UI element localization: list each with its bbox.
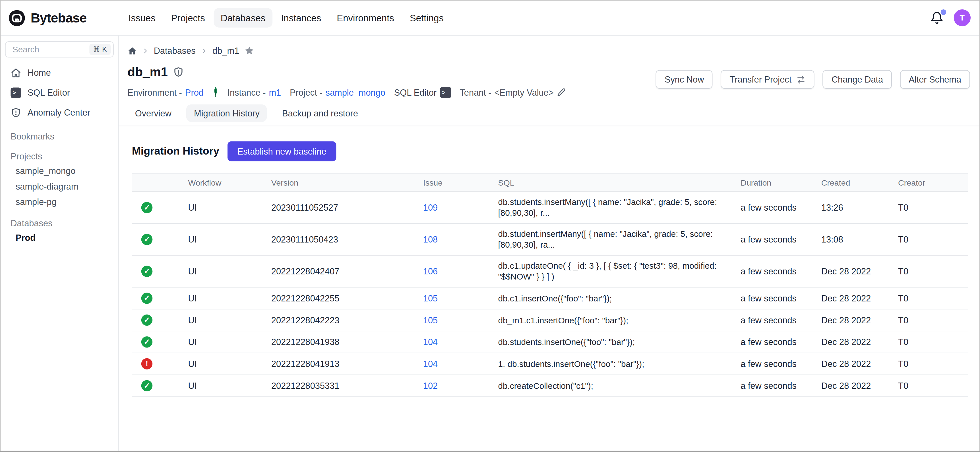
establish-baseline-button[interactable]: Establish new baseline: [228, 141, 336, 161]
database-tabs: Overview Migration History Backup and re…: [127, 104, 366, 122]
breadcrumb-db-m1[interactable]: db_m1: [212, 46, 239, 56]
tab-migration-history[interactable]: Migration History: [186, 104, 267, 122]
nav-item-instances[interactable]: Instances: [274, 8, 328, 28]
notifications-button[interactable]: [930, 11, 943, 24]
cell-workflow: UI: [188, 332, 271, 352]
cell-version: 20221228041938: [271, 332, 423, 352]
migration-history-panel: Migration History Establish new baseline…: [132, 126, 967, 451]
nav-item-issues[interactable]: Issues: [121, 8, 162, 28]
cell-issue[interactable]: 106: [423, 267, 438, 276]
sidebar-project-sample-pg[interactable]: sample-pg: [5, 194, 114, 209]
table-row[interactable]: ✓ UI 20221228042255 105 db.c1.insertOne(…: [132, 287, 968, 310]
instance-label: Instance -: [227, 87, 266, 97]
tab-backup-and-restore[interactable]: Backup and restore: [275, 104, 366, 122]
cell-issue[interactable]: 102: [423, 381, 438, 391]
sidebar-database-prod[interactable]: Prod: [5, 229, 114, 246]
success-icon: ✓: [142, 234, 153, 245]
cell-created: 13:26: [821, 198, 898, 217]
page-actions: Sync Now Transfer Project Change Data Al…: [656, 70, 970, 89]
nav-item-settings[interactable]: Settings: [403, 8, 450, 28]
cell-issue[interactable]: 104: [423, 359, 438, 369]
cell-version: 20221228042255: [271, 288, 423, 308]
success-icon: ✓: [142, 202, 153, 213]
col-workflow: Workflow: [188, 178, 271, 187]
cell-creator: T0: [898, 332, 968, 352]
cell-issue[interactable]: 105: [423, 293, 438, 303]
transfer-project-button[interactable]: Transfer Project: [721, 70, 815, 89]
table-row[interactable]: ✓ UI 20230111050423 108 db.student.inser…: [132, 224, 968, 256]
sidebar-project-sample-mongo[interactable]: sample_mongo: [5, 163, 114, 178]
alter-schema-button[interactable]: Alter Schema: [900, 70, 970, 89]
sql-editor-label: SQL Editor: [394, 87, 436, 97]
error-icon: !: [142, 358, 153, 370]
cell-created: Dec 28 2022: [821, 310, 898, 330]
cell-issue[interactable]: 108: [423, 235, 438, 244]
col-sql: SQL: [498, 178, 741, 187]
sidebar-item-home[interactable]: Home: [5, 62, 114, 83]
table-row[interactable]: ✓ UI 20221228035331 102 db.createCollect…: [132, 375, 968, 397]
brand[interactable]: Bytebase: [8, 9, 87, 27]
success-icon: ✓: [142, 292, 153, 304]
edit-pencil-icon[interactable]: [557, 87, 566, 97]
sidebar-item-label: Home: [28, 67, 51, 77]
main-panel: Databases db_m1 db_m1 Environment - Prod: [119, 35, 980, 450]
breadcrumb-home-button[interactable]: [127, 46, 137, 55]
cell-created: Dec 28 2022: [821, 376, 898, 396]
cell-created: Dec 28 2022: [821, 354, 898, 374]
transfer-project-label: Transfer Project: [730, 74, 792, 84]
app-window: Bytebase Issues Projects Databases Insta…: [0, 0, 980, 452]
cell-duration: a few seconds: [741, 310, 821, 330]
table-row[interactable]: ✓ UI 20230111052527 109 db.students.inse…: [132, 192, 968, 224]
col-creator: Creator: [898, 178, 968, 187]
migration-history-header: Migration History Establish new baseline: [132, 141, 967, 161]
col-issue: Issue: [423, 178, 498, 187]
avatar[interactable]: T: [954, 10, 970, 26]
bookmark-star-icon[interactable]: [244, 46, 254, 56]
cell-issue[interactable]: 109: [423, 203, 438, 212]
cell-version: 20221228041913: [271, 354, 423, 374]
sql-editor-icon[interactable]: >_: [440, 86, 451, 98]
nav-item-databases[interactable]: Databases: [213, 8, 272, 28]
sidebar-project-sample-diagram[interactable]: sample-diagram: [5, 178, 114, 194]
bytebase-logo-icon: [8, 9, 26, 27]
home-icon: [11, 67, 21, 78]
chevron-right-icon: [200, 47, 207, 54]
transfer-arrows-icon: [797, 75, 806, 84]
nav-item-environments[interactable]: Environments: [330, 8, 401, 28]
cell-duration: a few seconds: [741, 288, 821, 308]
sidebar: ⌘ K Home >_ SQL Editor Anomaly Center Bo…: [0, 35, 119, 450]
terminal-icon: >_: [11, 87, 21, 97]
search-input[interactable]: [11, 44, 83, 55]
table-row[interactable]: ✓ UI 20221228041938 104 db.students.inse…: [132, 331, 968, 353]
breadcrumb-databases[interactable]: Databases: [154, 46, 196, 56]
brand-name: Bytebase: [31, 10, 86, 26]
cell-sql: db.createCollection("c1");: [498, 375, 741, 396]
cell-duration: a few seconds: [741, 354, 821, 374]
table-row[interactable]: ✓ UI 20221228042407 106 db.c1.updateOne(…: [132, 256, 968, 287]
instance-link[interactable]: m1: [269, 87, 281, 97]
nav-item-projects[interactable]: Projects: [164, 8, 212, 28]
project-link[interactable]: sample_mongo: [326, 87, 385, 97]
sidebar-item-anomaly-center[interactable]: Anomaly Center: [5, 102, 114, 122]
col-version: Version: [271, 178, 423, 187]
col-duration: Duration: [741, 178, 821, 187]
sidebar-section-bookmarks: Bookmarks: [5, 130, 114, 142]
sidebar-item-sql-editor[interactable]: >_ SQL Editor: [5, 83, 114, 102]
table-row[interactable]: ✓ UI 20221228042223 105 db_m1.c1.insertO…: [132, 310, 968, 331]
environment-label: Environment -: [127, 87, 182, 97]
cell-issue[interactable]: 104: [423, 337, 438, 347]
change-data-button[interactable]: Change Data: [823, 70, 892, 89]
environment-link[interactable]: Prod: [185, 87, 204, 97]
success-icon: ✓: [142, 265, 153, 277]
sync-now-button[interactable]: Sync Now: [656, 70, 713, 89]
sidebar-nav: Home >_ SQL Editor Anomaly Center Bookma…: [5, 62, 114, 246]
search-box[interactable]: ⌘ K: [5, 41, 114, 57]
cell-issue[interactable]: 105: [423, 315, 438, 325]
cell-duration: a few seconds: [741, 229, 821, 249]
migration-history-heading: Migration History: [132, 145, 219, 158]
tab-overview[interactable]: Overview: [127, 104, 179, 122]
chevron-right-icon: [142, 47, 149, 54]
search-shortcut-badge: ⌘ K: [89, 44, 111, 55]
cell-workflow: UI: [188, 288, 271, 308]
table-row[interactable]: ! UI 20221228041913 104 1. db.students.i…: [132, 353, 968, 375]
